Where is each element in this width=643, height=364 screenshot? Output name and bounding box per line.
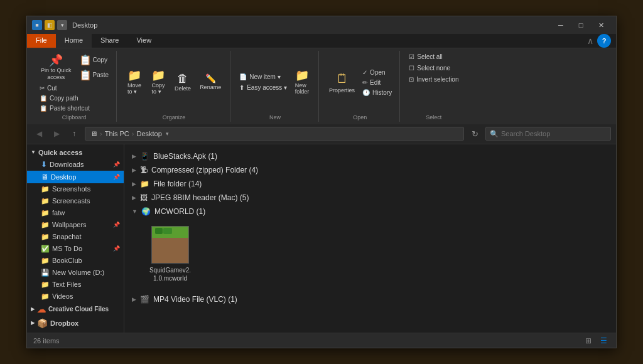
mcworld-label: MCWORLD (1) [154,207,205,216]
new-folder-icon: 📁 [295,70,309,81]
sidebar-item-bookclub[interactable]: 📁 BookClub [27,255,124,267]
up-button[interactable]: ↑ [67,127,81,141]
group-mp4[interactable]: ▶ 🎬 MP4 Video File (VLC) (1) [124,292,616,306]
quick-access-label: Quick access [38,149,82,156]
filefolder-expand-icon: ▶ [132,181,136,187]
ribbon-help-button[interactable]: ? [597,34,611,48]
refresh-button[interactable]: ↻ [468,127,482,141]
mstodo-label: MS To Do [52,245,82,252]
select-all-button[interactable]: ☑ Select all [406,52,461,62]
sidebar-item-screenshots[interactable]: 📁 Screenshots [27,183,124,195]
bc-desktop[interactable]: Desktop [136,130,161,137]
tab-home[interactable]: Home [56,34,92,48]
cut-button[interactable]: ✂ Cut [37,83,111,93]
jpeg-icon: 🖼 [140,193,148,202]
sidebar-item-snapchat[interactable]: 📁 Snapchat [27,231,124,243]
paste-button[interactable]: 📋 Paste [77,68,112,82]
sidebar-item-mstodo[interactable]: ✅ MS To Do 📌 [27,243,124,255]
fatw-icon: 📁 [41,209,50,217]
sidebar-item-textfiles[interactable]: 📁 Text Files [27,279,124,291]
ribbon-collapse-icon[interactable]: ∧ [587,36,593,46]
group-mcworld[interactable]: ▼ 🌍 MCWORLD (1) [124,205,616,218]
close-button[interactable]: ✕ [591,18,611,33]
copy-to-label: Copyto ▾ [152,82,165,95]
pinned-icon-mstodo: 📌 [113,245,120,252]
open-button[interactable]: ✓ Open [360,68,394,77]
group-compressed[interactable]: ▶ 🗜 Compressed (zipped) Folder (4) [124,163,616,177]
copy-to-button[interactable]: 📁 Copyto ▾ [147,67,170,97]
screenshots-label: Screenshots [52,185,90,193]
organize-label: Organize [163,113,186,120]
list-view-button[interactable]: ☰ [597,335,610,346]
statusbar-view-controls: ⊞ ☰ [582,335,610,346]
search-input[interactable] [501,130,607,137]
easy-access-button[interactable]: ⬆ Easy access ▾ [237,83,289,92]
group-filefolder[interactable]: ▶ 📁 File folder (14) [124,177,616,191]
screencasts-label: Screencasts [52,197,90,205]
grid-view-button[interactable]: ⊞ [582,335,595,346]
delete-label: Delete [175,85,191,92]
sidebar-item-desktop[interactable]: 🖥 Desktop 📌 [27,171,124,183]
paste-label: Paste [93,72,109,78]
ribbon-group-new: 📄 New item ▾ ⬆ Easy access ▾ 📁 Newfolder… [232,51,319,122]
select-none-button[interactable]: ☐ Select none [406,63,461,73]
new-folder-label: Newfolder [295,82,310,95]
minimize-button[interactable]: ─ [551,18,571,33]
mcworld-file-squidgame[interactable]: SquidGamev2.1.0.mcworld [142,221,198,287]
pin-to-quick-button[interactable]: 📌 Pin to Quickaccess [37,52,75,83]
bc-thispc[interactable]: This PC [105,130,129,137]
group-jpeg[interactable]: ▶ 🖼 JPEG 8BIM header (Mac) (5) [124,191,616,205]
screenshots-icon: 📁 [41,185,50,193]
history-button[interactable]: 🕐 History [360,88,394,97]
clipboard-buttons: 📌 Pin to Quickaccess 📋 Copy 📋 Paste [37,52,111,83]
downloads-label: Downloads [50,161,84,168]
window-icon-1: ■ [32,20,42,30]
maximize-button[interactable]: □ [571,18,591,33]
tab-share[interactable]: Share [92,34,127,48]
sidebar-item-newvolume[interactable]: 💾 New Volume (D:) [27,267,124,279]
paste-shortcut-button[interactable]: 📋 Paste shortcut [37,104,111,113]
group-bluestacks[interactable]: ▶ 📱 BlueStacks.Apk (1) [124,149,616,163]
new-item-button[interactable]: 📄 New item ▾ [237,72,289,82]
delete-button[interactable]: 🗑 Delete [171,70,195,94]
compressed-expand-icon: ▶ [132,167,136,173]
sidebar-item-wallpapers[interactable]: 📁 Wallpapers 📌 [27,219,124,231]
forward-button[interactable]: ▶ [50,127,63,141]
copy-to-icon: 📁 [151,70,165,81]
sidebar-item-fatw[interactable]: 📁 fatw [27,207,124,219]
properties-button[interactable]: 🗒 Properties [325,69,359,96]
move-to-button[interactable]: 📁 Moveto ▾ [123,67,146,97]
tab-view[interactable]: View [127,34,160,48]
dropbox-header[interactable]: ▶ 📦 Dropbox [27,316,124,330]
select-all-label: Select all [417,53,443,60]
textfiles-icon: 📁 [41,281,50,289]
easy-access-icon: ⬆ [239,84,244,91]
mp4-icon: 🎬 [140,295,149,304]
copy-button[interactable]: 📋 Copy [77,53,112,67]
quick-access-header[interactable]: ▼ Quick access [27,147,124,158]
creative-cloud-header[interactable]: ▶ ☁ Creative Cloud Files [27,302,124,316]
content-area: ▶ 📱 BlueStacks.Apk (1) ▶ 🗜 Compressed (z… [124,144,616,333]
delete-icon: 🗑 [177,73,188,84]
bc-dropdown-icon[interactable]: ▾ [166,131,169,137]
rename-button[interactable]: ✏️ Rename [196,72,225,93]
copy-path-label: Copy path [50,95,78,102]
sidebar-item-screencasts[interactable]: 📁 Screencasts [27,195,124,207]
cc-expand-icon: ▶ [31,306,35,312]
back-button[interactable]: ◀ [32,127,46,141]
sidebar-item-videos[interactable]: 📁 Videos [27,291,124,302]
compressed-icon: 🗜 [140,166,148,174]
sidebar-item-downloads[interactable]: ⬇ Downloads 📌 [27,158,124,171]
breadcrumb[interactable]: 🖥 › This PC › Desktop ▾ [85,127,464,141]
new-item-icon: 📄 [239,73,247,80]
new-folder-button[interactable]: 📁 Newfolder [291,67,313,97]
ribbon-group-select: ☑ Select all ☐ Select none ⊡ Invert sele… [401,51,466,122]
textfiles-label: Text Files [52,281,81,288]
invert-selection-button[interactable]: ⊡ Invert selection [406,75,461,84]
copy-path-button[interactable]: 📋 Copy path [37,94,111,103]
tab-file[interactable]: File [27,34,56,48]
snapchat-label: Snapchat [52,233,81,240]
ribbon-group-open: 🗒 Properties ✓ Open ✏ Edit 🕐 [320,51,400,122]
edit-button[interactable]: ✏ Edit [360,78,394,87]
dropbox-expand-icon: ▶ [31,320,35,326]
